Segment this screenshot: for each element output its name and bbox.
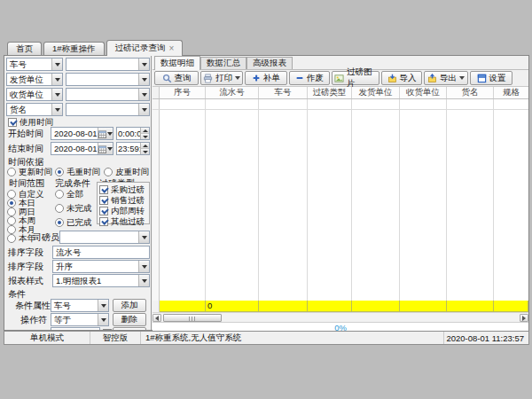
radio-finish-all[interactable]: 全部 xyxy=(55,189,83,199)
close-tab-icon[interactable]: × xyxy=(169,45,175,52)
chevron-down-icon[interactable] xyxy=(51,59,62,70)
radio-icon[interactable] xyxy=(7,207,16,216)
checkbox-other-weigh[interactable]: 其他过磅 xyxy=(99,216,149,226)
summary-row-indicator xyxy=(153,301,160,312)
value-combo-goods[interactable] xyxy=(66,103,150,116)
value-input[interactable] xyxy=(51,327,100,330)
checkbox-checked-icon[interactable] xyxy=(99,207,108,215)
end-date-picker[interactable]: 2020-08-01 xyxy=(51,142,113,155)
radio-icon[interactable] xyxy=(55,204,64,213)
spinner-icon[interactable] xyxy=(140,143,149,154)
column-header-shipper[interactable]: 发货单位 xyxy=(352,87,400,98)
chevron-down-icon[interactable] xyxy=(138,74,149,85)
tab-data-detail[interactable]: 数据明细 xyxy=(154,56,200,70)
query-button[interactable]: 查询 xyxy=(154,71,199,85)
export-button[interactable]: 导出 xyxy=(424,71,468,85)
chevron-down-icon[interactable] xyxy=(138,275,149,286)
value-checkbox[interactable] xyxy=(103,329,112,330)
void-button[interactable]: 作废 xyxy=(289,71,330,85)
radio-gross-time[interactable]: 毛重时间 xyxy=(55,167,100,176)
radio-icon[interactable] xyxy=(7,225,16,234)
value-combo-vehicle[interactable] xyxy=(66,58,150,71)
sort-order-combo[interactable]: 升序 xyxy=(52,260,150,273)
dropdown-caret-icon[interactable] xyxy=(235,76,240,80)
chevron-down-icon[interactable] xyxy=(138,59,149,70)
tab-home[interactable]: 首页 xyxy=(7,42,42,55)
radio-icon[interactable] xyxy=(55,190,64,199)
column-header-spec[interactable]: 规格 xyxy=(494,87,528,98)
chevron-down-icon[interactable] xyxy=(138,261,149,272)
radio-finish-unfinished[interactable]: 未完成 xyxy=(55,203,92,213)
field-select-receiver[interactable]: 收货单位 xyxy=(6,88,63,101)
radio-range-year[interactable]: 本年 xyxy=(7,233,35,243)
checkbox-internal-transfer[interactable]: 内部周转 xyxy=(99,206,149,215)
chevron-down-icon[interactable] xyxy=(138,104,149,115)
radio-icon[interactable] xyxy=(7,216,16,225)
field-select-vehicle[interactable]: 车号 xyxy=(6,58,63,71)
chevron-down-icon[interactable] xyxy=(98,314,108,325)
radio-icon[interactable] xyxy=(104,168,113,176)
chevron-down-icon[interactable] xyxy=(51,89,62,100)
tab-weigh-operation[interactable]: 1#称重操作 xyxy=(43,42,105,55)
checkbox-checked-icon[interactable] xyxy=(8,118,17,127)
condition-attr-combo[interactable]: 车号 xyxy=(51,299,109,312)
radio-selected-icon[interactable] xyxy=(7,199,16,207)
chevron-down-icon[interactable] xyxy=(138,89,149,100)
chevron-down-icon[interactable] xyxy=(51,74,62,85)
print-button[interactable]: 打印 xyxy=(200,71,243,85)
column-header-weigh-type[interactable]: 过磅类型 xyxy=(308,87,352,98)
column-header-serial[interactable]: 流水号 xyxy=(206,87,259,98)
column-header-goods[interactable]: 货名 xyxy=(447,87,494,98)
chevron-down-icon[interactable] xyxy=(98,300,108,311)
import-button[interactable]: 导入 xyxy=(381,71,422,85)
calendar-icon[interactable] xyxy=(98,128,113,139)
clipped-button[interactable] xyxy=(113,327,146,330)
scroll-right-button[interactable] xyxy=(520,314,528,322)
radio-selected-icon[interactable] xyxy=(55,168,64,176)
column-header-receiver[interactable]: 收货单位 xyxy=(400,87,447,98)
weigh-photo-button[interactable]: 过磅图片 xyxy=(332,71,379,85)
checkbox-sale-weigh[interactable]: 销售过磅 xyxy=(99,195,149,205)
start-date-picker[interactable]: 2020-08-01 xyxy=(51,127,113,140)
checkbox-purchase-weigh[interactable]: 采购过磅 xyxy=(99,184,149,194)
checkbox-checked-icon[interactable] xyxy=(99,196,108,205)
column-header-vehicle[interactable]: 车号 xyxy=(259,87,308,98)
radio-tare-time[interactable]: 皮重时间 xyxy=(104,167,149,176)
field-select-goods[interactable]: 货名 xyxy=(6,103,63,116)
scrollbar-thumb[interactable] xyxy=(163,314,222,322)
column-header-seq[interactable]: 序号 xyxy=(160,87,206,98)
radio-finish-finished[interactable]: 已完成 xyxy=(55,217,92,227)
radio-icon[interactable] xyxy=(7,234,16,243)
chevron-down-icon[interactable] xyxy=(51,104,62,115)
field-select-shipper[interactable]: 发货单位 xyxy=(6,73,63,86)
dropdown-caret-icon[interactable] xyxy=(459,76,465,80)
tab-advanced-report[interactable]: 高级报表 xyxy=(246,57,293,69)
delete-condition-button[interactable]: 删除 xyxy=(113,313,146,326)
radio-update-time[interactable]: 更新时间 xyxy=(7,167,52,176)
weigher-combo[interactable] xyxy=(59,231,150,244)
value-combo-shipper[interactable] xyxy=(66,73,150,86)
checkbox-checked-icon[interactable] xyxy=(99,185,108,194)
report-style-combo[interactable]: 1.明细报表1 xyxy=(52,274,150,287)
spinner-icon[interactable] xyxy=(140,128,149,139)
sort-field-input[interactable]: 流水号 xyxy=(52,246,150,259)
horizontal-scrollbar[interactable] xyxy=(153,312,528,322)
supplement-order-button[interactable]: 补单 xyxy=(245,71,287,85)
grid-body[interactable] xyxy=(153,99,528,301)
radio-icon[interactable] xyxy=(7,168,16,176)
chevron-down-icon[interactable] xyxy=(138,231,149,243)
operator-combo[interactable]: 等于 xyxy=(51,313,109,326)
tab-data-summary[interactable]: 数据汇总 xyxy=(200,57,246,69)
calendar-icon[interactable] xyxy=(98,143,113,154)
add-condition-button[interactable]: 添加 xyxy=(113,299,146,312)
checkbox-checked-icon[interactable] xyxy=(99,217,108,226)
radio-selected-icon[interactable] xyxy=(55,218,64,227)
start-time-spinner[interactable]: 0:00:00 xyxy=(116,127,150,140)
use-time-checkbox[interactable]: 使用时间 xyxy=(8,117,53,127)
value-combo-receiver[interactable] xyxy=(66,88,150,101)
radio-icon[interactable] xyxy=(7,190,16,199)
settings-button[interactable]: 设置 xyxy=(470,71,512,85)
tab-weigh-record-query[interactable]: 过磅记录查询 × xyxy=(106,40,184,56)
end-time-spinner[interactable]: 23:59:59 xyxy=(116,142,150,155)
scroll-left-button[interactable] xyxy=(153,314,161,322)
